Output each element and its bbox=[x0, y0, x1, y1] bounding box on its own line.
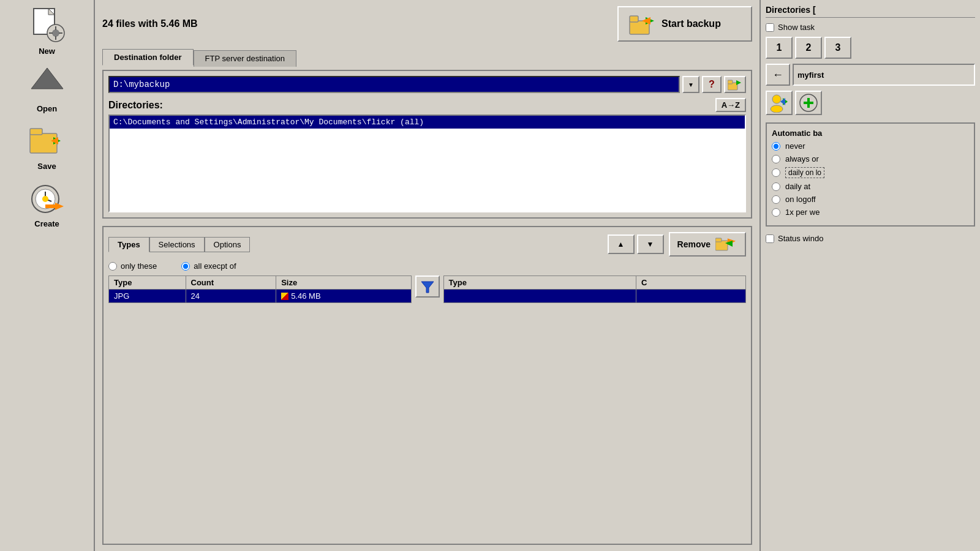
col-size: Size bbox=[276, 276, 411, 290]
action-icon-btn-2[interactable] bbox=[795, 91, 822, 115]
num-btn-2[interactable]: 2 bbox=[795, 37, 822, 59]
auto-radio-never[interactable]: never bbox=[772, 141, 969, 151]
auto-radio-on-logoff[interactable]: on logoff bbox=[772, 195, 969, 204]
num-btn-3[interactable]: 3 bbox=[824, 37, 851, 59]
save-label: Save bbox=[37, 162, 56, 171]
bottom-tab-row: Types Selections Options bbox=[108, 237, 250, 252]
svg-marker-31 bbox=[421, 282, 434, 293]
radio-daily-at-label: daily at bbox=[785, 182, 810, 191]
radio-daily-on-input[interactable] bbox=[772, 168, 780, 177]
back-arrow: ← bbox=[772, 69, 783, 81]
new-button[interactable]: New bbox=[7, 2, 87, 58]
svg-rect-28 bbox=[715, 238, 722, 242]
open-label: Open bbox=[37, 104, 57, 113]
path-input[interactable] bbox=[108, 76, 680, 93]
auto-radio-daily-at[interactable]: daily at bbox=[772, 182, 969, 191]
status-window-section: Status windo bbox=[766, 234, 975, 243]
move-buttons: ▲ ▼ bbox=[608, 234, 664, 254]
auto-radio-daily-on[interactable]: daily on lo bbox=[772, 167, 969, 178]
move-down-button[interactable]: ▼ bbox=[637, 234, 664, 254]
radio-all-except[interactable]: all execpt of bbox=[181, 261, 236, 271]
radio-never-input[interactable] bbox=[772, 142, 780, 151]
open-icon bbox=[28, 62, 67, 102]
radio-only-these[interactable]: only these bbox=[108, 261, 157, 271]
svg-marker-26 bbox=[736, 80, 741, 85]
create-label: Create bbox=[34, 219, 59, 228]
sort-label: A→Z bbox=[722, 100, 740, 110]
create-button[interactable]: Create bbox=[7, 175, 87, 230]
bottom-section: Types Selections Options ▲ ▼ Remove bbox=[102, 226, 752, 545]
show-task-checkbox[interactable] bbox=[766, 23, 774, 32]
action-icon-btn-1[interactable] bbox=[766, 91, 793, 115]
auto-radio-always[interactable]: always or bbox=[772, 154, 969, 163]
open-button[interactable]: Open bbox=[7, 60, 87, 115]
types-table-container: Type Count Size JPG 24 5.46 bbox=[108, 276, 412, 303]
status-window-checkbox[interactable] bbox=[766, 234, 774, 243]
radio-on-logoff-input[interactable] bbox=[772, 195, 780, 204]
svg-rect-25 bbox=[728, 80, 733, 84]
tab-types[interactable]: Types bbox=[108, 237, 149, 252]
dropdown-button[interactable]: ▼ bbox=[682, 76, 699, 93]
directory-item[interactable]: C:\Documents and Settings\Administrator\… bbox=[110, 116, 745, 129]
tab-destination-folder[interactable]: Destination folder bbox=[102, 49, 194, 66]
radio-always-input[interactable] bbox=[772, 155, 780, 163]
radio-on-logoff-label: on logoff bbox=[785, 195, 816, 204]
auto-backup-section: Automatic ba never always or daily on lo… bbox=[766, 122, 975, 227]
filter-button[interactable] bbox=[415, 276, 440, 298]
svg-point-33 bbox=[771, 105, 783, 113]
table-row-2[interactable] bbox=[443, 290, 746, 303]
svg-rect-10 bbox=[30, 129, 42, 135]
destination-section: ▼ ? Directories: A→Z C:\Document bbox=[102, 70, 752, 219]
filter-button-container bbox=[415, 276, 440, 298]
tab-options[interactable]: Options bbox=[205, 237, 251, 252]
header-row: 24 files with 5.46 MB Start backup bbox=[102, 6, 752, 42]
svg-rect-5 bbox=[55, 36, 56, 40]
radio-all-except-label: all execpt of bbox=[194, 261, 236, 271]
auto-backup-title: Automatic ba bbox=[772, 129, 969, 138]
size-indicator bbox=[281, 293, 288, 300]
svg-rect-6 bbox=[49, 32, 53, 34]
destination-tab-row: Destination folder FTP server destinatio… bbox=[102, 49, 752, 66]
svg-point-3 bbox=[52, 29, 59, 37]
directories-list[interactable]: C:\Documents and Settings\Administrator\… bbox=[108, 114, 746, 212]
table-row[interactable]: JPG 24 5.46 MB bbox=[109, 290, 412, 303]
radio-only-these-label: only these bbox=[121, 261, 157, 271]
name-display: myfirst bbox=[793, 64, 975, 86]
radio-1x-per-week-input[interactable] bbox=[772, 208, 780, 217]
user-settings-icon bbox=[769, 93, 789, 113]
start-backup-button[interactable]: Start backup bbox=[617, 6, 752, 42]
browse-button[interactable] bbox=[724, 76, 746, 93]
remove-button[interactable]: Remove bbox=[669, 232, 746, 257]
col-type2: Type bbox=[443, 276, 636, 290]
filter-icon bbox=[420, 279, 435, 294]
radio-all-except-input[interactable] bbox=[181, 262, 190, 271]
col-count: Count bbox=[186, 276, 276, 290]
save-button[interactable]: Save bbox=[7, 118, 87, 173]
svg-marker-18 bbox=[55, 203, 64, 210]
radio-daily-at-input[interactable] bbox=[772, 182, 780, 191]
svg-rect-19 bbox=[45, 204, 55, 208]
cell-size: 5.46 MB bbox=[276, 290, 411, 303]
status-window-label: Status windo bbox=[778, 234, 823, 243]
backup-icon bbox=[628, 12, 655, 36]
help-button[interactable]: ? bbox=[702, 76, 722, 93]
cell-type2 bbox=[443, 290, 636, 303]
add-icon bbox=[799, 93, 818, 113]
files-info: 24 files with 5.46 MB bbox=[102, 18, 198, 29]
start-backup-label: Start backup bbox=[662, 18, 721, 29]
radio-only-these-input[interactable] bbox=[108, 262, 117, 271]
tab-ftp-server[interactable]: FTP server destination bbox=[194, 50, 297, 67]
auto-radio-1x-per-week[interactable]: 1x per we bbox=[772, 208, 969, 217]
tab-selections[interactable]: Selections bbox=[149, 237, 205, 252]
show-task-label: Show task bbox=[778, 23, 815, 32]
move-up-button[interactable]: ▲ bbox=[608, 234, 635, 254]
svg-rect-21 bbox=[630, 16, 638, 22]
sort-button[interactable]: A→Z bbox=[715, 98, 746, 112]
svg-point-32 bbox=[772, 95, 781, 103]
cell-c bbox=[636, 290, 746, 303]
svg-rect-7 bbox=[59, 32, 62, 34]
back-button[interactable]: ← bbox=[766, 64, 790, 86]
main-content: 24 files with 5.46 MB Start backup Desti… bbox=[95, 0, 760, 551]
directories-header: Directories: A→Z bbox=[108, 98, 746, 112]
num-btn-1[interactable]: 1 bbox=[766, 37, 793, 59]
